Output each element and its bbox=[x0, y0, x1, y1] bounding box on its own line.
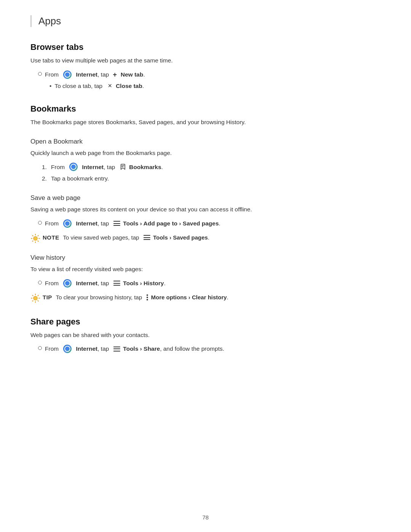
svg-line-9 bbox=[32, 241, 33, 241]
open-bookmark-heading: Open a Bookmark bbox=[30, 138, 381, 145]
note-text: NOTE To view saved web pages, tap Tools … bbox=[43, 233, 209, 242]
share-pages-description: Web pages can be shared with your contac… bbox=[30, 331, 381, 340]
circle-bullet-2 bbox=[38, 221, 42, 225]
bookmarks-icon bbox=[119, 163, 127, 171]
svg-line-10 bbox=[38, 235, 38, 236]
hamburger-icon-2 bbox=[143, 235, 150, 240]
hamburger-icon bbox=[113, 221, 120, 226]
browser-tabs-description: Use tabs to view multiple web pages at t… bbox=[30, 56, 381, 66]
sub-instruction-text: To close a tab, tap Close tab. bbox=[54, 81, 144, 90]
view-history-instruction: From Internet, tap Tools › History. bbox=[38, 279, 381, 288]
save-web-page-subsection: Save a web page Saving a web page stores… bbox=[30, 194, 381, 243]
save-instruction-text: From Internet, tap Tools › Add page to ›… bbox=[45, 219, 220, 228]
save-page-instruction: From Internet, tap Tools › Add page to ›… bbox=[38, 219, 381, 228]
open-bookmark-subsection: Open a Bookmark Quickly launch a web pag… bbox=[30, 138, 381, 184]
page-number: 78 bbox=[202, 514, 209, 521]
lightbulb-icon bbox=[30, 233, 40, 243]
dots-icon bbox=[147, 294, 148, 300]
tip-text: TIP To clear your browsing history, tap … bbox=[43, 293, 228, 302]
save-page-note: NOTE To view saved web pages, tap Tools … bbox=[30, 233, 381, 243]
share-pages-instruction: From Internet, tap Tools › Share, and fo… bbox=[38, 344, 381, 353]
internet-icon-4 bbox=[63, 279, 72, 288]
app-name-internet: Internet bbox=[76, 71, 97, 78]
svg-line-15 bbox=[38, 300, 38, 301]
step-number-2: 2. bbox=[42, 174, 51, 184]
breadcrumb: Apps bbox=[30, 15, 381, 27]
bookmarks-heading: Bookmarks bbox=[30, 104, 381, 114]
open-bookmark-steps: 1. From Internet, tap bbox=[42, 163, 381, 184]
browser-tabs-sub-instruction: • To close a tab, tap Close tab. bbox=[49, 81, 381, 90]
browser-tabs-section: Browser tabs Use tabs to view multiple w… bbox=[30, 42, 381, 90]
tip-label: TIP bbox=[43, 294, 52, 300]
internet-icon-5 bbox=[63, 345, 72, 353]
svg-line-6 bbox=[38, 241, 38, 241]
step-2: 2. Tap a bookmark entry. bbox=[42, 174, 381, 184]
open-bookmark-description: Quickly launch a web page from the Bookm… bbox=[30, 149, 381, 158]
view-history-heading: View history bbox=[30, 254, 381, 262]
save-web-page-heading: Save a web page bbox=[30, 194, 381, 202]
hamburger-icon-4 bbox=[113, 347, 120, 351]
share-instruction-text: From Internet, tap Tools › Share, and fo… bbox=[45, 344, 224, 353]
plus-icon bbox=[112, 71, 118, 78]
circle-bullet bbox=[38, 72, 42, 76]
svg-line-5 bbox=[32, 235, 33, 236]
browser-tabs-heading: Browser tabs bbox=[30, 42, 381, 52]
note-label: NOTE bbox=[43, 234, 59, 241]
internet-icon-2 bbox=[69, 163, 78, 171]
dot-bullet: • bbox=[49, 81, 51, 90]
step1-text: From Internet, tap Bookmarks. bbox=[51, 163, 163, 172]
circle-bullet-3 bbox=[38, 281, 42, 284]
close-icon bbox=[107, 83, 113, 89]
lightbulb-icon-2 bbox=[30, 293, 40, 303]
save-web-page-description: Saving a web page stores its content on … bbox=[30, 205, 381, 214]
history-instruction-text: From Internet, tap Tools › History. bbox=[45, 279, 166, 288]
step-1: 1. From Internet, tap bbox=[42, 163, 381, 172]
internet-icon bbox=[63, 70, 72, 79]
browser-tabs-instruction1: From Internet, tap New tab. bbox=[38, 70, 381, 79]
step-number: 1. bbox=[42, 163, 51, 172]
svg-point-11 bbox=[33, 296, 37, 300]
bookmarks-section: Bookmarks The Bookmarks page stores Book… bbox=[30, 104, 381, 303]
internet-icon-3 bbox=[63, 219, 72, 228]
circle-bullet-4 bbox=[38, 346, 42, 350]
step2-text: Tap a bookmark entry. bbox=[51, 174, 109, 184]
svg-line-19 bbox=[38, 295, 38, 296]
view-history-description: To view a list of recently visited web p… bbox=[30, 265, 381, 274]
share-pages-heading: Share pages bbox=[30, 317, 381, 327]
close-tab-label: Close tab bbox=[116, 83, 142, 89]
svg-line-18 bbox=[32, 300, 33, 301]
hamburger-icon-3 bbox=[113, 281, 120, 286]
history-tip: TIP To clear your browsing history, tap … bbox=[30, 293, 381, 303]
new-tab-label: New tab bbox=[121, 71, 143, 78]
page-header-title: Apps bbox=[38, 15, 61, 27]
svg-point-2 bbox=[33, 236, 37, 240]
view-history-subsection: View history To view a list of recently … bbox=[30, 254, 381, 303]
share-pages-section: Share pages Web pages can be shared with… bbox=[30, 317, 381, 354]
bookmarks-description: The Bookmarks page stores Bookmarks, Sav… bbox=[30, 118, 381, 127]
instruction-text: From Internet, tap New tab. bbox=[45, 70, 145, 79]
svg-line-14 bbox=[32, 295, 33, 296]
